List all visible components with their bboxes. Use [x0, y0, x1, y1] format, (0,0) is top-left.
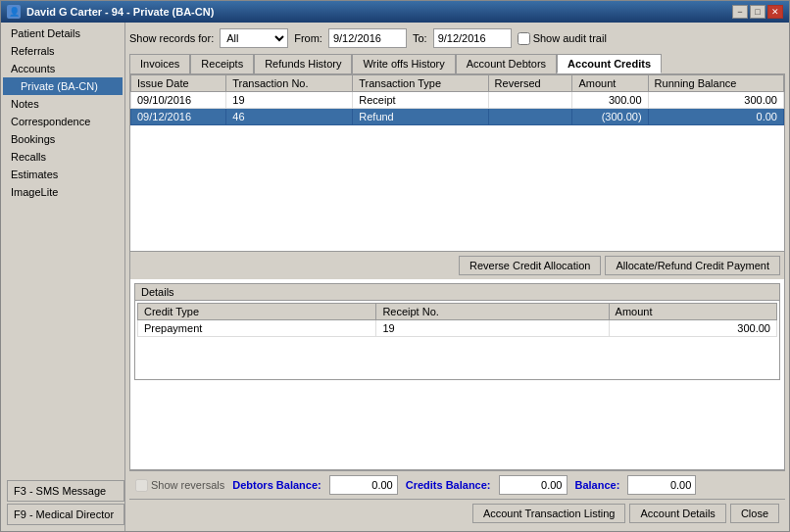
- from-label: From:: [294, 32, 322, 44]
- col-transaction-no: Transaction No.: [226, 75, 353, 92]
- f3-sms-button[interactable]: F3 - SMS Message: [7, 480, 124, 502]
- action-buttons-row: Reverse Credit Allocation Allocate/Refun…: [130, 251, 784, 279]
- detail-cell-amount: 300.00: [609, 320, 776, 337]
- details-table: Credit Type Receipt No. Amount Prepaymen…: [137, 303, 777, 337]
- title-bar: 👤 David G Carter - 94 - Private (BA-CN) …: [1, 1, 789, 23]
- cell-reversed: [488, 92, 572, 109]
- credits-table-container: Issue Date Transaction No. Transaction T…: [130, 74, 784, 251]
- cell-amount: (300.00): [572, 109, 648, 125]
- balance-label: Balance:: [575, 479, 620, 491]
- details-header: Details: [135, 284, 779, 301]
- sidebar-item-referrals[interactable]: Referrals: [3, 42, 123, 60]
- sidebar: Patient Details Referrals Accounts Priva…: [1, 23, 125, 531]
- sidebar-flex: Patient Details Referrals Accounts Priva…: [3, 24, 123, 529]
- cell-reversed: [488, 109, 572, 125]
- credits-balance-label: Credits Balance:: [406, 479, 491, 491]
- col-issue-date: Issue Date: [131, 75, 226, 92]
- cell-transaction-no: 19: [226, 92, 353, 109]
- sidebar-item-private-bacn[interactable]: Private (BA-CN): [3, 77, 123, 95]
- show-audit-trail-checkbox[interactable]: [518, 32, 530, 45]
- col-amount: Amount: [572, 75, 648, 92]
- show-reversals-label[interactable]: Show reversals: [135, 479, 224, 492]
- cell-issue-date: 09/12/2016: [131, 109, 226, 125]
- to-label: To:: [413, 32, 427, 44]
- f9-medical-button[interactable]: F9 - Medical Director: [7, 504, 124, 525]
- cell-running-balance: 0.00: [648, 109, 783, 125]
- debtors-balance-input[interactable]: [329, 475, 398, 495]
- allocate-refund-button[interactable]: Allocate/Refund Credit Payment: [605, 256, 780, 275]
- debtors-balance-label: Debtors Balance:: [232, 479, 321, 491]
- tab-account-debtors[interactable]: Account Debtors: [456, 54, 557, 73]
- sidebar-buttons: F3 - SMS Message F9 - Medical Director: [3, 476, 123, 529]
- show-records-select[interactable]: All Current Year Last Year: [220, 28, 288, 48]
- app-icon: 👤: [7, 5, 21, 19]
- detail-cell-credit-type: Prepayment: [138, 320, 376, 337]
- reverse-credit-button[interactable]: Reverse Credit Allocation: [459, 256, 602, 275]
- tab-receipts[interactable]: Receipts: [190, 54, 254, 73]
- show-audit-trail-label[interactable]: Show audit trail: [518, 32, 607, 45]
- cell-issue-date: 09/10/2016: [131, 92, 226, 109]
- window-title: David G Carter - 94 - Private (BA-CN): [26, 6, 214, 18]
- close-button[interactable]: Close: [730, 504, 779, 523]
- title-controls: − □ ✕: [732, 5, 783, 19]
- tab-invoices[interactable]: Invoices: [129, 54, 190, 73]
- sidebar-item-bookings[interactable]: Bookings: [3, 130, 123, 148]
- from-date-input[interactable]: [328, 28, 407, 48]
- credits-table: Issue Date Transaction No. Transaction T…: [130, 74, 784, 125]
- main-content: Patient Details Referrals Accounts Priva…: [1, 23, 789, 531]
- right-panel: Show records for: All Current Year Last …: [125, 23, 789, 531]
- tabs-container: Invoices Receipts Refunds History Write …: [129, 54, 785, 73]
- sidebar-item-accounts[interactable]: Accounts: [3, 60, 123, 77]
- toolbar-row: Show records for: All Current Year Last …: [129, 26, 785, 50]
- col-reversed: Reversed: [488, 75, 572, 92]
- detail-cell-receipt-no: 19: [376, 320, 609, 337]
- details-section: Details Credit Type Receipt No. Amount: [134, 283, 780, 380]
- tab-content-account-credits: Issue Date Transaction No. Transaction T…: [129, 73, 785, 470]
- sidebar-item-recalls[interactable]: Recalls: [3, 148, 123, 166]
- credits-balance-input[interactable]: [499, 475, 568, 495]
- col-running-balance: Running Balance: [648, 75, 783, 92]
- sidebar-items: Patient Details Referrals Accounts Priva…: [3, 24, 123, 476]
- detail-row[interactable]: Prepayment 19 300.00: [138, 320, 777, 337]
- sidebar-item-estimates[interactable]: Estimates: [3, 166, 123, 183]
- minimize-button[interactable]: −: [732, 5, 748, 19]
- detail-col-amount: Amount: [609, 304, 776, 320]
- credits-table-header: Issue Date Transaction No. Transaction T…: [131, 75, 784, 92]
- cell-transaction-type: Receipt: [353, 92, 488, 109]
- window-close-button[interactable]: ✕: [767, 5, 783, 19]
- col-transaction-type: Transaction Type: [353, 75, 488, 92]
- account-details-button[interactable]: Account Details: [629, 504, 725, 523]
- show-audit-trail-text: Show audit trail: [533, 32, 607, 44]
- sidebar-item-correspondence[interactable]: Correspondence: [3, 113, 123, 130]
- table-row[interactable]: 09/12/2016 46 Refund (300.00) 0.00: [131, 109, 784, 125]
- cell-transaction-type: Refund: [353, 109, 488, 125]
- title-bar-left: 👤 David G Carter - 94 - Private (BA-CN): [7, 5, 214, 19]
- table-row[interactable]: 09/10/2016 19 Receipt 300.00 300.00: [131, 92, 784, 109]
- details-table-header: Credit Type Receipt No. Amount: [138, 304, 777, 320]
- account-transaction-listing-button[interactable]: Account Transaction Listing: [472, 504, 626, 523]
- tab-account-credits[interactable]: Account Credits: [557, 54, 662, 73]
- tab-refunds-history[interactable]: Refunds History: [254, 54, 352, 73]
- tab-write-offs-history[interactable]: Write offs History: [352, 54, 455, 73]
- cell-transaction-no: 46: [226, 109, 353, 125]
- sidebar-item-patient-details[interactable]: Patient Details: [3, 24, 123, 42]
- show-reversals-text: Show reversals: [151, 479, 224, 491]
- bottom-balance-bar: Show reversals Debtors Balance: Credits …: [129, 470, 785, 499]
- detail-col-credit-type: Credit Type: [138, 304, 376, 320]
- main-window: 👤 David G Carter - 94 - Private (BA-CN) …: [0, 0, 790, 532]
- sidebar-item-imagelite[interactable]: ImageLite: [3, 183, 123, 201]
- show-reversals-checkbox: [135, 479, 148, 492]
- cell-amount: 300.00: [572, 92, 648, 109]
- cell-running-balance: 300.00: [648, 92, 783, 109]
- to-date-input[interactable]: [433, 28, 512, 48]
- footer-buttons: Account Transaction Listing Account Deta…: [129, 499, 785, 527]
- details-table-container: Credit Type Receipt No. Amount Prepaymen…: [135, 301, 779, 379]
- sidebar-item-notes[interactable]: Notes: [3, 95, 123, 113]
- maximize-button[interactable]: □: [750, 5, 765, 19]
- show-records-label: Show records for:: [129, 32, 214, 44]
- balance-input[interactable]: [627, 475, 696, 495]
- detail-col-receipt-no: Receipt No.: [376, 304, 609, 320]
